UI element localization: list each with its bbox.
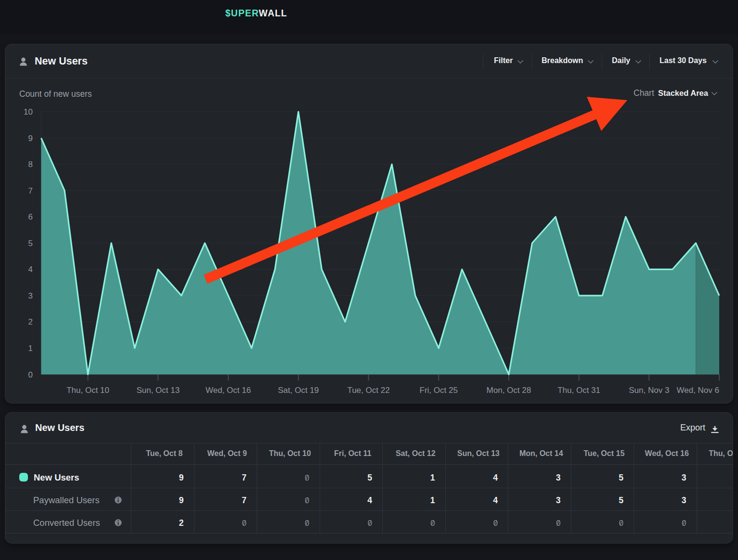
svg-text:Mon, Oct 28: Mon, Oct 28 <box>487 386 531 395</box>
svg-text:Fri, Oct 25: Fri, Oct 25 <box>420 386 458 395</box>
svg-text:Wed, Oct 16: Wed, Oct 16 <box>206 386 251 395</box>
svg-text:6: 6 <box>28 212 33 221</box>
svg-text:Tue, Oct 22: Tue, Oct 22 <box>347 386 389 395</box>
svg-text:7: 7 <box>28 186 33 195</box>
svg-text:Thu, Oct 10: Thu, Oct 10 <box>66 386 109 395</box>
svg-text:8: 8 <box>28 160 33 169</box>
svg-text:Thu, Oct 31: Thu, Oct 31 <box>557 386 600 395</box>
svg-text:10: 10 <box>24 107 33 117</box>
svg-text:9: 9 <box>28 134 33 143</box>
svg-text:Sun, Nov 3: Sun, Nov 3 <box>629 386 669 395</box>
svg-text:3: 3 <box>28 291 33 300</box>
svg-text:Sat, Oct 19: Sat, Oct 19 <box>278 386 319 395</box>
svg-text:5: 5 <box>28 239 33 248</box>
svg-text:0: 0 <box>28 370 33 379</box>
svg-text:1: 1 <box>28 344 33 353</box>
svg-text:2: 2 <box>28 317 33 326</box>
svg-text:4: 4 <box>28 265 33 274</box>
svg-text:Sun, Oct 13: Sun, Oct 13 <box>136 386 180 395</box>
svg-text:Wed, Nov 6: Wed, Nov 6 <box>676 386 719 395</box>
